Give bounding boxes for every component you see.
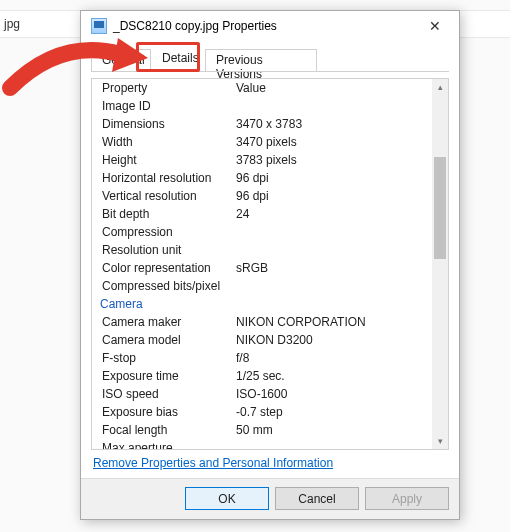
property-row[interactable]: Max aperture (96, 439, 432, 449)
property-row[interactable]: ISO speedISO-1600 (96, 385, 432, 403)
property-name: Compression (96, 223, 236, 241)
property-name: Horizontal resolution (96, 169, 236, 187)
property-name: Focal length (96, 421, 236, 439)
property-name: Vertical resolution (96, 187, 236, 205)
scroll-down-button[interactable]: ▾ (432, 433, 448, 449)
property-row[interactable]: Horizontal resolution96 dpi (96, 169, 432, 187)
property-value (236, 97, 432, 115)
property-name: Camera maker (96, 313, 236, 331)
property-row[interactable]: Focal length50 mm (96, 421, 432, 439)
property-value: ISO-1600 (236, 385, 432, 403)
property-row[interactable]: Camera modelNIKON D3200 (96, 331, 432, 349)
property-row[interactable]: Image ID (96, 97, 432, 115)
cancel-button[interactable]: Cancel (275, 487, 359, 510)
property-row[interactable]: Compressed bits/pixel (96, 277, 432, 295)
property-row[interactable]: Exposure time1/25 sec. (96, 367, 432, 385)
property-name: Camera model (96, 331, 236, 349)
col-header-value: Value (236, 79, 432, 97)
details-content: Property Value Image IDDimensions3470 x … (96, 79, 432, 449)
tabstrip: General Details Previous Versions (91, 47, 449, 73)
close-icon: ✕ (429, 18, 441, 34)
file-ext: jpg (4, 17, 20, 31)
property-value (236, 223, 432, 241)
property-name: Exposure time (96, 367, 236, 385)
property-name: Exposure bias (96, 403, 236, 421)
tab-general[interactable]: General (91, 49, 151, 71)
apply-button[interactable]: Apply (365, 487, 449, 510)
property-name: Color representation (96, 259, 236, 277)
property-value: sRGB (236, 259, 432, 277)
property-name: Resolution unit (96, 241, 236, 259)
dialog-title: _DSC8210 copy.jpg Properties (113, 19, 415, 33)
titlebar: _DSC8210 copy.jpg Properties ✕ (81, 11, 459, 41)
property-name: Height (96, 151, 236, 169)
image-file-icon (91, 18, 107, 34)
property-value: 3783 pixels (236, 151, 432, 169)
property-value: 24 (236, 205, 432, 223)
details-list: Property Value Image IDDimensions3470 x … (91, 78, 449, 450)
property-value: 1/25 sec. (236, 367, 432, 385)
property-name: Bit depth (96, 205, 236, 223)
ok-button[interactable]: OK (185, 487, 269, 510)
property-row[interactable]: Resolution unit (96, 241, 432, 259)
property-value (236, 241, 432, 259)
property-value: 3470 x 3783 (236, 115, 432, 133)
remove-properties-link[interactable]: Remove Properties and Personal Informati… (93, 456, 447, 478)
col-header-property: Property (96, 79, 236, 97)
property-name: Compressed bits/pixel (96, 277, 236, 295)
property-value: 50 mm (236, 421, 432, 439)
section-camera: Camera (96, 295, 432, 313)
property-row[interactable]: Height3783 pixels (96, 151, 432, 169)
property-value (236, 439, 432, 449)
property-row[interactable]: Width3470 pixels (96, 133, 432, 151)
scrollbar[interactable]: ▴ ▾ (432, 79, 448, 449)
property-name: Image ID (96, 97, 236, 115)
property-value: 96 dpi (236, 169, 432, 187)
property-row[interactable]: Bit depth24 (96, 205, 432, 223)
property-row[interactable]: Camera makerNIKON CORPORATION (96, 313, 432, 331)
tab-previous-versions[interactable]: Previous Versions (205, 49, 317, 71)
scroll-thumb[interactable] (434, 157, 446, 259)
close-button[interactable]: ✕ (415, 12, 455, 40)
property-name: ISO speed (96, 385, 236, 403)
property-row[interactable]: Color representationsRGB (96, 259, 432, 277)
property-value: NIKON D3200 (236, 331, 432, 349)
property-value: f/8 (236, 349, 432, 367)
scroll-up-button[interactable]: ▴ (432, 79, 448, 95)
property-name: Width (96, 133, 236, 151)
property-row[interactable]: Vertical resolution96 dpi (96, 187, 432, 205)
property-value: 3470 pixels (236, 133, 432, 151)
property-name: F-stop (96, 349, 236, 367)
properties-dialog: _DSC8210 copy.jpg Properties ✕ General D… (80, 10, 460, 520)
property-row[interactable]: Exposure bias-0.7 step (96, 403, 432, 421)
property-row[interactable]: Compression (96, 223, 432, 241)
property-name: Max aperture (96, 439, 236, 449)
property-value: NIKON CORPORATION (236, 313, 432, 331)
property-row[interactable]: Dimensions3470 x 3783 (96, 115, 432, 133)
property-value: -0.7 step (236, 403, 432, 421)
property-name: Dimensions (96, 115, 236, 133)
property-value (236, 277, 432, 295)
property-value: 96 dpi (236, 187, 432, 205)
tab-details[interactable]: Details (151, 47, 205, 71)
property-row[interactable]: F-stopf/8 (96, 349, 432, 367)
column-headers: Property Value (96, 79, 432, 97)
button-bar: OK Cancel Apply (81, 478, 459, 519)
